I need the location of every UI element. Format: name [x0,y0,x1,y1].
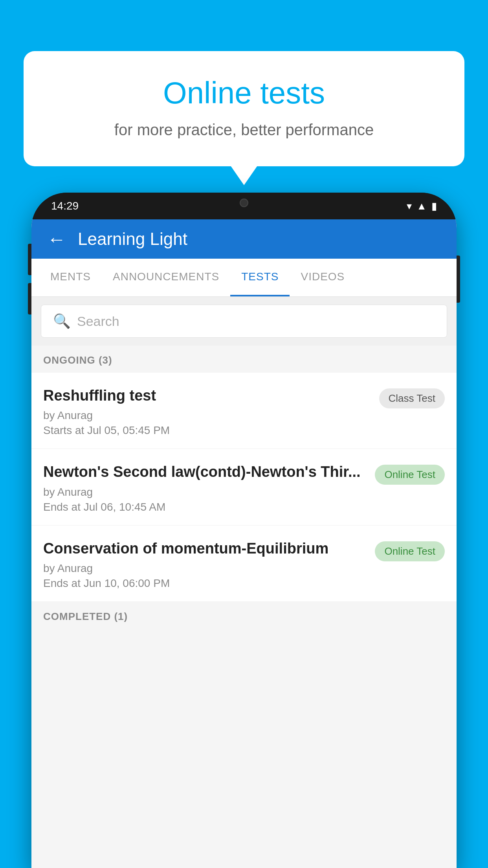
test-date: Ends at Jul 06, 10:45 AM [43,501,367,513]
test-author: by Anurag [43,486,367,498]
promo-bubble: Online tests for more practice, better p… [24,51,464,166]
test-list: Reshuffling test by Anurag Starts at Jul… [31,373,457,602]
test-info: Reshuffling test by Anurag Starts at Jul… [43,386,379,437]
tabs-bar: MENTS ANNOUNCEMENTS TESTS VIDEOS [31,259,457,297]
test-name: Newton's Second law(contd)-Newton's Thir… [43,462,367,482]
test-info: Conservation of momentum-Equilibrium by … [43,539,375,590]
test-badge-class: Class Test [379,388,445,408]
test-author: by Anurag [43,562,367,575]
test-item[interactable]: Newton's Second law(contd)-Newton's Thir… [31,449,457,525]
phone-notch [213,193,275,213]
app-title: Learning Light [78,229,187,249]
camera [240,199,248,207]
status-icons: ▾ ▲ ▮ [407,200,437,212]
test-author: by Anurag [43,409,371,422]
test-item[interactable]: Reshuffling test by Anurag Starts at Jul… [31,373,457,449]
tab-ments[interactable]: MENTS [39,259,102,296]
test-item[interactable]: Conservation of momentum-Equilibrium by … [31,526,457,602]
test-date: Ends at Jun 10, 06:00 PM [43,577,367,590]
signal-icon: ▲ [416,200,427,212]
app-screen: ← Learning Light MENTS ANNOUNCEMENTS TES… [31,219,457,868]
test-info: Newton's Second law(contd)-Newton's Thir… [43,462,375,513]
completed-section-header: COMPLETED (1) [31,602,457,629]
search-bar[interactable]: 🔍 Search [41,305,447,338]
tab-videos[interactable]: VIDEOS [290,259,356,296]
search-placeholder: Search [77,314,119,329]
back-button[interactable]: ← [47,228,66,250]
phone-frame: 14:29 ▾ ▲ ▮ ← Learning Light MENTS ANNOU… [31,193,457,868]
search-container: 🔍 Search [31,297,457,346]
bubble-title: Online tests [55,75,433,112]
completed-label: COMPLETED (1) [43,611,128,622]
clock: 14:29 [51,200,79,212]
ongoing-section-header: ONGOING (3) [31,346,457,373]
search-icon: 🔍 [53,313,71,329]
status-bar: 14:29 ▾ ▲ ▮ [31,193,457,219]
speech-bubble: Online tests for more practice, better p… [24,51,464,166]
bubble-subtitle: for more practice, better performance [55,121,433,139]
app-header: ← Learning Light [31,219,457,259]
test-name: Conservation of momentum-Equilibrium [43,539,367,558]
tab-tests[interactable]: TESTS [230,259,290,296]
ongoing-label: ONGOING (3) [43,354,112,366]
battery-icon: ▮ [431,200,437,212]
test-name: Reshuffling test [43,386,371,405]
test-date: Starts at Jul 05, 05:45 PM [43,424,371,437]
test-badge-online: Online Test [375,465,445,485]
wifi-icon: ▾ [407,200,412,212]
tab-announcements[interactable]: ANNOUNCEMENTS [102,259,230,296]
test-badge-online: Online Test [375,541,445,561]
